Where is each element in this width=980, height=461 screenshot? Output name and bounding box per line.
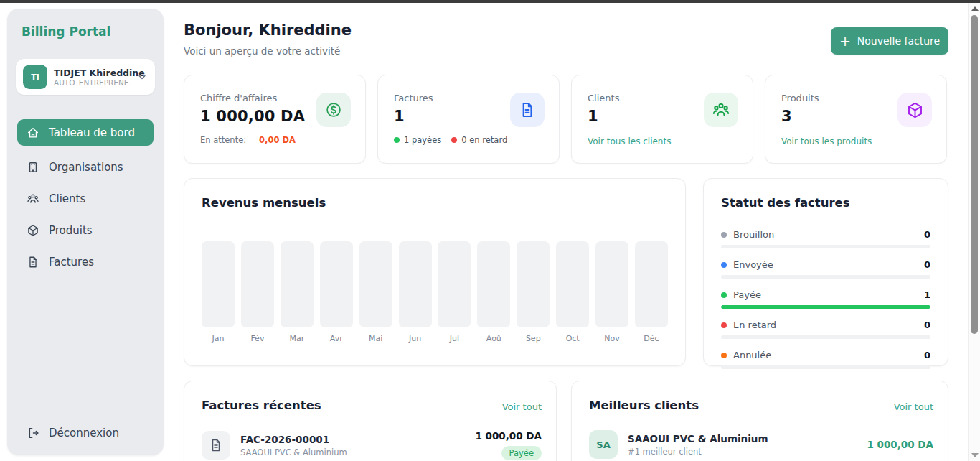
status-row: Brouillon0	[721, 229, 930, 248]
status-badge: Payée	[501, 446, 542, 460]
month-label: Déc	[635, 334, 668, 343]
view-all-clients-link[interactable]: Voir tous les clients	[588, 136, 671, 146]
revenue-bar	[595, 241, 628, 327]
revenue-bars	[202, 241, 668, 327]
status-label: En retard	[733, 320, 776, 330]
scrollbar-thumb[interactable]	[971, 15, 978, 334]
status-row: Payée1	[721, 289, 930, 309]
stat-card-invoices: Factures 1 1 payées 0 en retard	[377, 75, 560, 164]
status-progress-track	[721, 305, 930, 309]
top-clients-title: Meilleurs clients	[589, 399, 699, 412]
user-name: TIDJET Khireddine	[54, 67, 130, 78]
revenue-bar	[241, 241, 274, 327]
user-avatar: TI	[23, 65, 47, 89]
sidebar-item-organisations[interactable]: Organisations	[7, 152, 164, 183]
recent-invoices-card: Factures récentes Voir tout FAC-2026-000…	[184, 381, 557, 461]
status-dot-icon	[721, 353, 727, 358]
revenue-bar	[399, 241, 432, 327]
client-avatar: SA	[589, 430, 618, 459]
revenue-bar	[477, 241, 510, 327]
status-progress-track	[721, 365, 930, 369]
status-count: 0	[924, 320, 930, 330]
status-row: En retard0	[721, 320, 930, 339]
month-label: Jul	[438, 334, 471, 343]
sidebar-item-dashboard[interactable]: Tableau de bord	[17, 119, 154, 146]
revenue-month-labels: JanFévMarAvrMaiJunJulAoûSepOctNovDéc	[202, 334, 668, 343]
logout-button[interactable]: Déconnexion	[26, 427, 119, 439]
window-top-edge	[0, 0, 980, 3]
invoice-number: FAC-2026-00001	[240, 434, 465, 445]
chart-title: Revenus mensuels	[202, 196, 326, 210]
paid-count: 1 payées	[394, 135, 441, 145]
status-dot-icon	[721, 292, 727, 298]
view-all-clients-bottom-link[interactable]: Voir tout	[894, 401, 933, 412]
green-dot-icon	[394, 137, 400, 143]
month-label: Oct	[556, 334, 589, 343]
vertical-scrollbar[interactable]	[968, 3, 980, 461]
recent-invoices-title: Factures récentes	[202, 399, 321, 412]
status-dot-icon	[721, 232, 727, 238]
status-label: Envoyée	[733, 259, 773, 270]
scroll-up-arrow-icon[interactable]	[971, 6, 979, 11]
user-switcher[interactable]: TI TIDJET Khireddine AUTO_ENTREPRENE...	[16, 59, 155, 95]
stat-footnote: 1 payées 0 en retard	[394, 135, 545, 145]
status-label: Brouillon	[733, 229, 774, 240]
scroll-down-arrow-icon[interactable]	[971, 453, 979, 457]
user-meta: TIDJET Khireddine AUTO_ENTREPRENE...	[54, 67, 130, 87]
client-row[interactable]: SA SAAOUI PVC & Aluminium #1 meilleur cl…	[589, 430, 933, 459]
logout-label: Déconnexion	[49, 427, 119, 439]
file-icon	[26, 256, 39, 269]
user-subtitle: AUTO_ENTREPRENE...	[54, 78, 130, 87]
sidebar-item-label: Tableau de bord	[49, 126, 135, 139]
invoice-row-main: FAC-2026-00001 SAAOUI PVC & Aluminium	[240, 434, 465, 457]
new-invoice-label: Nouvelle facture	[857, 35, 940, 47]
revenue-bar	[438, 241, 471, 327]
pending-label: En attente:	[200, 135, 246, 145]
invoice-status-list: Brouillon0Envoyée0Payée1En retard0Annulé…	[721, 229, 930, 369]
client-rank: #1 meilleur client	[628, 447, 857, 457]
product-cube-icon	[897, 93, 932, 127]
sidebar-item-label: Produits	[49, 224, 93, 237]
month-label: Jun	[399, 334, 432, 343]
month-label: Mai	[359, 334, 392, 343]
page-title: Bonjour, Khireddine	[184, 22, 352, 39]
month-label: Aoû	[477, 334, 510, 343]
status-row: Envoyée0	[721, 259, 930, 279]
client-row-main: SAAOUI PVC & Aluminium #1 meilleur clien…	[628, 433, 857, 457]
building-icon	[26, 161, 39, 174]
view-all-products-link[interactable]: Voir tous les produits	[781, 136, 872, 146]
dollar-icon	[316, 93, 351, 127]
sidebar-item-clients[interactable]: Clients	[7, 183, 164, 215]
sidebar-item-factures[interactable]: Factures	[7, 246, 164, 278]
invoice-amount: 1 000,00 DA	[475, 430, 542, 442]
invoice-status-card: Statut des factures Brouillon0Envoyée0Pa…	[703, 178, 948, 366]
chevron-down-icon	[136, 71, 148, 83]
revenue-bar	[556, 241, 589, 327]
status-progress-fill	[721, 305, 930, 309]
status-count: 0	[924, 350, 930, 360]
monthly-revenue-card: Revenus mensuels JanFévMarAvrMaiJunJulAo…	[184, 178, 686, 366]
red-dot-icon	[451, 137, 457, 143]
client-row-right: 1 000,00 DA	[867, 439, 933, 450]
invoice-row[interactable]: FAC-2026-00001 SAAOUI PVC & Aluminium 1 …	[202, 430, 542, 460]
month-label: Sep	[517, 334, 550, 343]
invoice-icon	[510, 93, 545, 127]
sidebar-nav: Tableau de bord Organisations Clients Pr…	[7, 119, 164, 278]
revenue-bar	[281, 241, 314, 327]
status-row: Annulée0	[721, 350, 930, 369]
sidebar-item-label: Organisations	[49, 161, 123, 174]
cube-icon	[26, 224, 39, 237]
status-dot-icon	[721, 322, 727, 328]
sidebar-item-produits[interactable]: Produits	[7, 215, 164, 246]
stat-footnote: En attente:0,00 DA	[200, 135, 351, 145]
month-label: Mar	[281, 334, 314, 343]
revenue-bar	[320, 241, 353, 327]
invoice-file-icon	[202, 431, 230, 460]
status-progress-track	[721, 275, 930, 279]
client-name: SAAOUI PVC & Aluminium	[628, 433, 857, 444]
view-all-invoices-link[interactable]: Voir tout	[502, 401, 542, 412]
status-label: Payée	[733, 289, 761, 300]
status-progress-track	[721, 335, 930, 339]
new-invoice-button[interactable]: + Nouvelle facture	[831, 27, 948, 55]
status-count: 0	[924, 229, 930, 240]
